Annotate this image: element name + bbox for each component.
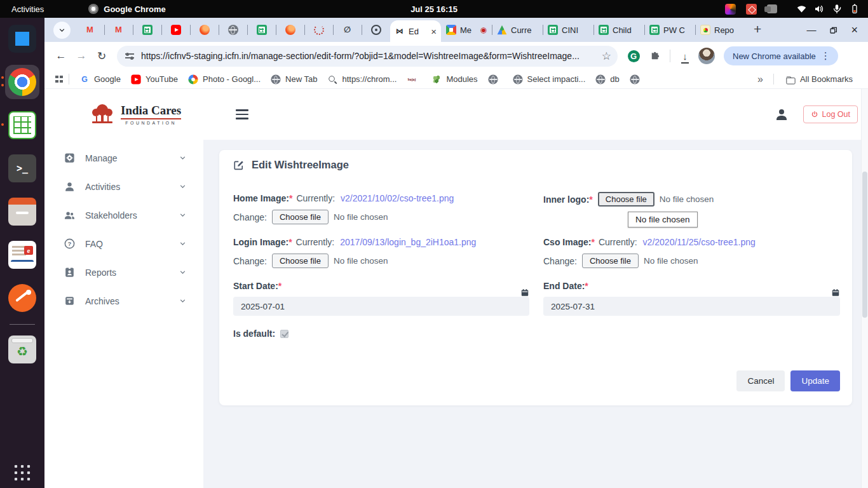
dock-libreoffice-calc-icon[interactable] bbox=[5, 108, 39, 142]
pinned-tab[interactable] bbox=[161, 18, 190, 42]
home-image-file-link[interactable]: v2/2021/10/02/cso-tree1.png bbox=[341, 193, 454, 203]
bookmark-item[interactable] bbox=[625, 73, 649, 86]
bookmark-item[interactable] bbox=[483, 73, 508, 86]
login-image-choose-file-button[interactable]: Choose file bbox=[272, 254, 329, 268]
restore-button[interactable] bbox=[829, 25, 838, 35]
bookmark-item[interactable]: YouTube bbox=[126, 73, 183, 86]
tab-close-icon[interactable]: × bbox=[431, 27, 437, 36]
cso-image-file-link[interactable]: v2/2020/11/25/cso-tree1.png bbox=[643, 237, 756, 247]
end-date-field: End Date:* bbox=[543, 281, 840, 316]
bookmark-label: Modules bbox=[446, 74, 477, 84]
app-indicator-cube-icon[interactable] bbox=[725, 4, 736, 15]
dock-postman-icon[interactable] bbox=[5, 281, 39, 315]
chat-indicator-icon[interactable] bbox=[767, 4, 777, 13]
forward-button[interactable]: → bbox=[72, 47, 90, 65]
menu-dots-icon[interactable]: ⋮ bbox=[816, 50, 836, 62]
tab-active[interactable]: Ed × bbox=[390, 20, 441, 42]
tab[interactable]: Repo bbox=[695, 18, 746, 42]
tab[interactable]: CINI bbox=[543, 18, 593, 42]
omnibox[interactable]: ☆ bbox=[117, 46, 618, 67]
new-tab-button[interactable]: + bbox=[746, 22, 769, 39]
bookmark-item[interactable]: Photo - Googl... bbox=[183, 73, 266, 86]
activities-button[interactable]: Activities bbox=[0, 0, 55, 18]
dock-trash-icon[interactable] bbox=[5, 332, 39, 367]
system-tray[interactable] bbox=[725, 3, 860, 15]
cancel-button[interactable]: Cancel bbox=[736, 370, 785, 391]
page-scrollbar[interactable] bbox=[861, 89, 868, 488]
scrollbar-thumb[interactable] bbox=[862, 172, 867, 318]
bookmark-item[interactable]: Select impacti... bbox=[508, 73, 591, 86]
show-applications-grid-icon[interactable] bbox=[13, 464, 31, 482]
pinned-tab[interactable] bbox=[276, 18, 304, 42]
tab[interactable]: PW C bbox=[644, 18, 695, 42]
close-button[interactable]: × bbox=[851, 24, 858, 37]
tab-search-button[interactable] bbox=[53, 22, 71, 39]
pinned-tab[interactable] bbox=[304, 18, 333, 42]
end-date-input[interactable] bbox=[543, 297, 840, 316]
home-image-choose-file-button[interactable]: Choose file bbox=[272, 210, 329, 224]
tab[interactable]: Me ◉ bbox=[441, 18, 492, 42]
system-status-area[interactable] bbox=[796, 3, 860, 15]
dock-document-viewer-icon[interactable] bbox=[5, 238, 39, 272]
cso-image-choose-file-button[interactable]: Choose file bbox=[582, 254, 639, 268]
focused-app-menu[interactable]: Google Chrome bbox=[88, 4, 166, 14]
downloads-button[interactable]: ↓ bbox=[675, 46, 695, 65]
apps-grid-icon[interactable] bbox=[55, 75, 64, 84]
sidebar-item[interactable]: Activities bbox=[44, 172, 203, 201]
start-date-input[interactable] bbox=[233, 297, 529, 316]
tab[interactable]: Child bbox=[593, 18, 644, 42]
inner-logo-choose-file-button[interactable]: Choose file bbox=[598, 192, 654, 207]
bookmark-star-icon[interactable]: ☆ bbox=[602, 50, 611, 63]
profile-avatar[interactable] bbox=[697, 46, 716, 65]
sidebar-item[interactable]: Reports bbox=[44, 258, 203, 287]
pinned-tab[interactable] bbox=[133, 18, 161, 42]
bookmark-item[interactable] bbox=[402, 73, 426, 86]
is-default-field: Is default: bbox=[233, 329, 288, 339]
minimize-button[interactable]: — bbox=[806, 27, 816, 33]
site-settings-tune-icon[interactable] bbox=[125, 51, 135, 61]
reload-button[interactable]: ↻ bbox=[93, 47, 111, 65]
dock-vscode-icon[interactable] bbox=[5, 22, 39, 56]
url-input[interactable] bbox=[141, 51, 602, 61]
folder-icon bbox=[785, 74, 795, 84]
calendar-icon[interactable] bbox=[520, 288, 529, 297]
sidebar-item[interactable]: Stakeholders bbox=[44, 201, 203, 229]
bookmark-item[interactable]: Modules bbox=[426, 73, 482, 86]
login-image-file-link[interactable]: 2017/09/13/login_bg_2iH1oa1.png bbox=[340, 237, 476, 247]
all-bookmarks-button[interactable]: All Bookmarks bbox=[780, 73, 858, 86]
bookmarks-overflow-chevron[interactable]: » bbox=[754, 74, 767, 85]
bookmark-label: Select impacti... bbox=[527, 74, 586, 84]
pinned-tab[interactable] bbox=[76, 18, 104, 42]
clock[interactable]: Jul 25 16:15 bbox=[410, 4, 458, 14]
sidebar-toggle-hamburger-icon[interactable] bbox=[236, 109, 248, 119]
is-default-checkbox[interactable] bbox=[280, 330, 288, 338]
sidebar-item[interactable]: Archives bbox=[44, 287, 203, 315]
extensions-puzzle-icon[interactable] bbox=[646, 46, 665, 65]
logout-button[interactable]: Log Out bbox=[803, 105, 858, 123]
pinned-tab[interactable] bbox=[190, 18, 219, 42]
bookmark-item[interactable]: https://chrom... bbox=[322, 73, 402, 86]
calendar-icon[interactable] bbox=[831, 288, 840, 297]
site-logo[interactable]: India Cares Foundation bbox=[89, 102, 181, 126]
tab[interactable]: Curre bbox=[492, 18, 543, 42]
pinned-tab[interactable] bbox=[247, 18, 276, 42]
screen-share-indicator-icon[interactable] bbox=[746, 4, 757, 15]
bookmark-item[interactable]: Google bbox=[74, 73, 126, 86]
update-chrome-chip[interactable]: New Chrome available ⋮ bbox=[724, 46, 838, 65]
grammarly-extension-icon[interactable]: G bbox=[624, 46, 643, 65]
dock-chrome-icon[interactable] bbox=[5, 65, 39, 99]
update-button[interactable]: Update bbox=[790, 370, 840, 391]
user-profile-icon[interactable] bbox=[774, 107, 789, 122]
back-button[interactable]: ← bbox=[52, 47, 70, 65]
pinned-tab[interactable] bbox=[104, 18, 133, 42]
sidebar-item[interactable]: Manage bbox=[44, 144, 203, 172]
pinned-tab[interactable] bbox=[333, 18, 362, 42]
bookmark-item[interactable]: db bbox=[590, 73, 624, 86]
dock-terminal-icon[interactable]: >_ bbox=[5, 151, 39, 186]
meet-icon bbox=[446, 25, 456, 35]
sidebar-item[interactable]: FAQ bbox=[44, 229, 203, 258]
pinned-tab[interactable] bbox=[219, 18, 247, 42]
pinned-tab[interactable] bbox=[362, 18, 390, 42]
bookmark-item[interactable]: New Tab bbox=[266, 73, 322, 86]
dock-files-icon[interactable] bbox=[5, 194, 39, 229]
